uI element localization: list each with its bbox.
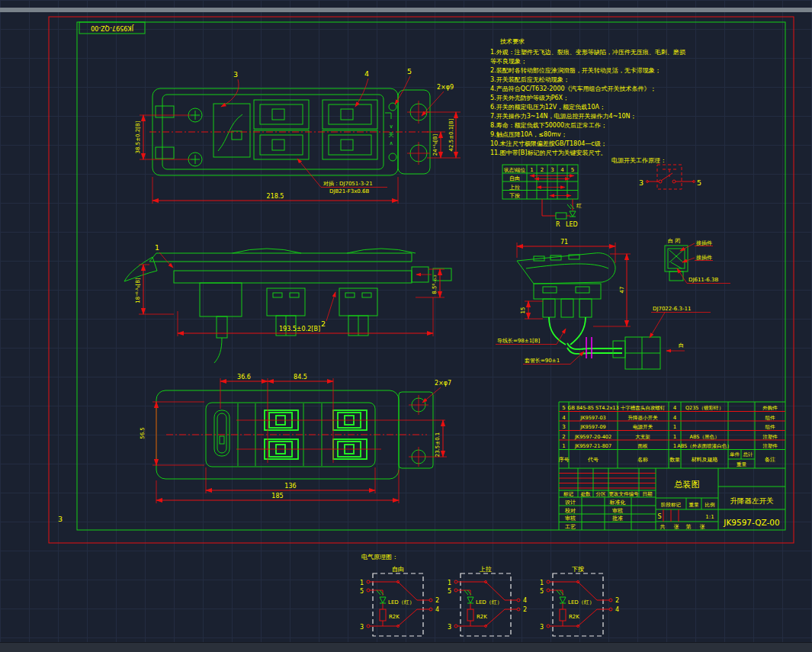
plug-label-2: 接插件 (696, 255, 712, 261)
lock-mark-bot: ∧ (389, 140, 393, 146)
hole-callout-2xd7: 2×φ7 (435, 380, 451, 387)
dim-18: 18⁺⁰·⁵₀[B] (135, 278, 141, 304)
scale-label: 比例 (705, 502, 715, 508)
svg-text:代号: 代号 (587, 457, 599, 463)
svg-text:Q235（镀彩锌）: Q235（镀彩锌） (685, 405, 724, 411)
power-switch-principle: 电源开关工作原理： 3 5 (611, 157, 701, 189)
tech-line: 7.开关操作力3~14N，电源总控开关操作力4~10N； (490, 113, 637, 120)
svg-text:JK9597-20-402: JK9597-20-402 (574, 434, 611, 440)
svg-text:分区: 分区 (596, 491, 607, 497)
svg-text:JK9597-21-807: JK9597-21-807 (574, 443, 611, 449)
dim-36-6: 36.6 (237, 374, 251, 381)
svg-text:4: 4 (615, 606, 619, 613)
svg-text:2: 2 (615, 597, 619, 604)
svg-text:备注: 备注 (765, 456, 775, 463)
dim-193-5: 193.5±0.2[B] (279, 326, 320, 332)
col-5: 5 (571, 167, 574, 173)
svg-text:名称: 名称 (637, 457, 648, 463)
terminal-3: 3 (639, 178, 644, 187)
svg-text:电源开关: 电源开关 (633, 424, 653, 430)
dim-24: 24⁺¹₀[B] (432, 133, 438, 156)
svg-text:总计: 总计 (743, 451, 754, 458)
svg-text:5: 5 (562, 405, 565, 411)
cad-drawing-canvas: JK9597-QZ-00 3 技术要求 1.外观：注塑件无飞边、裂痕、变形等缺陷… (0, 0, 812, 652)
svg-text:4: 4 (435, 606, 439, 613)
svg-text:校对: 校对 (564, 508, 576, 514)
switch-unit (254, 100, 377, 159)
svg-text:更改文件编号: 更改文件编号 (609, 491, 640, 497)
svg-text:2: 2 (435, 597, 439, 604)
svg-text:4: 4 (523, 597, 527, 604)
bom-row: 5 GB 845-85 ST4.2x13 十字槽盘头自攻螺钉 4 Q235（镀彩… (562, 405, 778, 411)
schematic-diagram-pushdown: 下按 1 5 3 2 4 LED（红） R2K (540, 566, 619, 636)
drawing-number: JK9597-QZ-00 (723, 518, 779, 527)
hole-callout-2xd9: 2×φ9 (437, 84, 454, 91)
small-part-title: 白 闭 (668, 238, 680, 244)
balloon-4: 4 (364, 69, 369, 78)
svg-text:R2K: R2K (477, 614, 487, 620)
bottom-view: 36.6 84.5 56.5 23.5±0.1 136 185 2×φ7 (140, 374, 451, 503)
svg-text:标准化: 标准化 (609, 499, 626, 506)
lock-mark-top: ∨ (389, 124, 393, 130)
svg-text:3: 3 (448, 624, 451, 631)
side-view: 1 2 18⁺⁰·⁵₀[B] 8.5⁰₋₀.₂ 193.5±0.2[B] (124, 243, 451, 363)
svg-text:设计: 设计 (565, 499, 576, 506)
sheet-count: 共 张 第 张 (660, 524, 705, 530)
bom-row: 2 JK9597-20-402 大支架 1 ABS（黑色） 注塑件 (562, 434, 778, 440)
svg-text:外购件: 外购件 (762, 405, 778, 411)
svg-text:1: 1 (562, 443, 565, 449)
sleeve-length-note: 套管长=90±1 (525, 358, 560, 364)
svg-text:数量: 数量 (669, 457, 680, 463)
svg-text:1: 1 (673, 434, 676, 440)
schematic-diagram-free: 自由 1 5 3 2 4 LED（红） R2K (360, 566, 439, 636)
svg-text:1: 1 (540, 580, 544, 586)
svg-text:4: 4 (673, 405, 677, 411)
weight-label: 重量 (689, 502, 700, 508)
resistor-label: R (556, 221, 560, 228)
svg-text:工艺: 工艺 (565, 524, 576, 530)
svg-text:张: 张 (674, 524, 679, 530)
svg-text:处数: 处数 (581, 491, 592, 497)
col-3: 3 (550, 167, 554, 173)
row-free: 自由 (509, 175, 520, 181)
scale-value: 1:1 (705, 514, 714, 520)
bom-row: 1 JK9597-21-807 面板 1 ABS（外表面喷漆白色） 注塑件 (562, 443, 778, 449)
tech-line: 2.装配时各转动部位应涂润滑脂，开关转动灵活，无卡滞现象； (490, 67, 661, 74)
svg-text:1: 1 (448, 580, 451, 586)
terminal-5: 5 (697, 178, 701, 187)
svg-text:材料及规格: 材料及规格 (692, 457, 718, 463)
svg-text:LED（红）: LED（红） (388, 599, 415, 605)
mate-callout-2: DJB21-F3x0.6B (329, 188, 369, 194)
svg-text:GB 845-85 ST4.2x13: GB 845-85 ST4.2x13 (567, 405, 618, 411)
col-1: 1 (530, 167, 533, 173)
svg-text:3: 3 (540, 624, 544, 631)
mate-callout-1: 对插：DJ7051-3-21 (323, 181, 373, 187)
svg-text:JK9597-03: JK9597-03 (579, 415, 605, 421)
svg-text:单件: 单件 (730, 451, 740, 458)
part-name: 升降器左开关 (730, 496, 775, 505)
balloon-1: 1 (155, 243, 159, 252)
svg-text:3: 3 (360, 624, 364, 631)
svg-text:审核: 审核 (565, 515, 576, 522)
dim-15: 15 (520, 307, 526, 314)
dim-136: 136 (284, 483, 296, 490)
electrical-schematic: 电气原理图： 自由 1 5 3 2 4 LED（红） (360, 554, 619, 636)
svg-text:2: 2 (523, 606, 527, 613)
technical-requirements: 技术要求 1.外观：注塑件无飞边、裂痕、变形等缺陷，冲压件无压痕、毛刺、磨损 等… (490, 38, 686, 156)
svg-text:2: 2 (562, 434, 565, 440)
svg-text:日期: 日期 (643, 491, 653, 497)
frame-number-rotated: JK9597-QZ-00 (91, 24, 134, 31)
svg-text:升降器小开关: 升降器小开关 (628, 415, 659, 421)
dim-56-5: 56.5 (140, 427, 146, 439)
stage-value: S (657, 513, 661, 520)
dim-84-5: 84.5 (294, 374, 307, 381)
svg-text:张: 张 (700, 524, 705, 530)
svg-text:组件: 组件 (765, 424, 776, 430)
svg-text:十字槽盘头自攻螺钉: 十字槽盘头自攻螺钉 (621, 405, 666, 411)
tech-line: 6.开关的额定电压为12V，额定负载10A； (490, 104, 605, 111)
title-block: 标记 处数 分区 更改文件编号 日期 设计 校对 审核 工艺 标准化 审核 批准 (559, 468, 785, 530)
wire-length-note: 导线长=98±1[B] (497, 338, 541, 344)
sheet-frame: JK9597-QZ-00 3 (49, 17, 794, 543)
balloon-5: 5 (407, 67, 412, 75)
svg-text:自由: 自由 (392, 566, 404, 573)
